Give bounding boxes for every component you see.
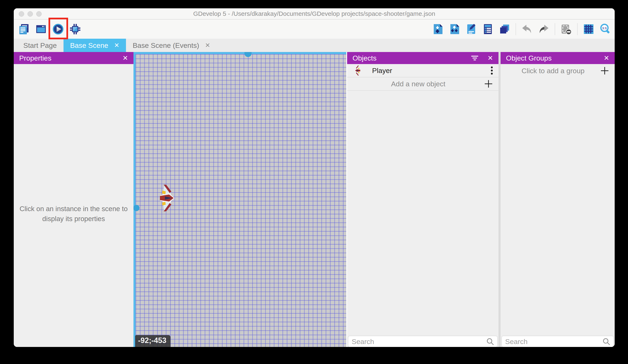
add-object-row[interactable]: Add a new object	[347, 77, 498, 91]
start-page-button[interactable]	[35, 23, 47, 35]
tab-base-scene-events[interactable]: Base Scene (Events) ✕	[126, 39, 217, 52]
cursor-coordinates-label: -92;-453	[135, 335, 170, 347]
add-group-row[interactable]: Click to add a group	[501, 64, 615, 77]
close-tab-icon[interactable]: ✕	[205, 42, 210, 49]
add-object-label: Add a new object	[353, 80, 484, 88]
search-icon	[486, 337, 494, 346]
add-group-label: Click to add a group	[506, 67, 600, 75]
undo-icon	[521, 23, 533, 35]
properties-panel-header: Properties ✕	[14, 52, 134, 64]
open-objects-panel-button[interactable]	[432, 23, 444, 35]
open-layers-panel-button[interactable]	[499, 23, 510, 35]
properties-hint-text: Click on an instance in the scene to dis…	[14, 204, 134, 224]
filter-objects-button[interactable]	[471, 55, 479, 61]
horizontal-scroll-handle[interactable]	[244, 52, 251, 57]
toolbar-left-group	[18, 23, 81, 35]
canvas-horizontal-scrollbar[interactable]	[134, 52, 346, 54]
tab-start-page[interactable]: Start Page	[17, 39, 64, 52]
tab-label: Base Scene	[70, 41, 108, 50]
layers-icon	[499, 23, 510, 35]
properties-panel: Properties ✕ Click on an instance in the…	[14, 52, 134, 347]
zoom-1-1-icon: 1:1	[600, 23, 611, 35]
objects-panel-header: Objects ✕	[347, 52, 498, 64]
zoom-options-button[interactable]: 1:1	[600, 23, 611, 35]
add-object-button[interactable]	[484, 79, 493, 88]
play-icon	[53, 23, 64, 35]
properties-panel-icon	[466, 23, 477, 35]
objects-search-bar	[348, 336, 497, 347]
properties-panel-body: Click on an instance in the scene to dis…	[14, 64, 134, 347]
undo-button[interactable]	[521, 23, 533, 35]
window-title: GDevelop 5 - /Users/dkarakay/Documents/G…	[193, 10, 435, 17]
object-groups-panel: Object Groups ✕ Click to add a group	[501, 52, 615, 347]
tab-base-scene[interactable]: Base Scene ✕	[64, 39, 126, 52]
three-dots-icon	[491, 66, 493, 75]
app-window: GDevelop 5 - /Users/dkarakay/Documents/G…	[14, 8, 615, 347]
open-object-groups-panel-button[interactable]	[449, 23, 460, 35]
player-object-thumbnail	[353, 65, 363, 75]
scene-canvas[interactable]: -92;-453	[134, 52, 346, 347]
toolbar-right-group: 1:1	[432, 23, 611, 35]
panel-title: Properties	[19, 54, 122, 62]
add-group-button[interactable]	[600, 66, 609, 75]
objects-panel: Objects ✕	[346, 52, 498, 347]
canvas-vertical-scrollbar[interactable]	[134, 52, 136, 347]
open-properties-panel-button[interactable]	[466, 23, 477, 35]
zoom-window-button[interactable]	[36, 11, 42, 17]
vertical-scroll-handle[interactable]	[134, 205, 140, 211]
titlebar: GDevelop 5 - /Users/dkarakay/Documents/G…	[14, 8, 615, 20]
window-icon	[35, 23, 47, 35]
panel-title: Object Groups	[506, 54, 604, 62]
window-mask-icon	[560, 23, 572, 35]
search-icon	[602, 337, 611, 346]
project-manager-icon	[18, 23, 30, 35]
launch-debugger-button[interactable]	[70, 23, 81, 35]
toolbar-separator	[577, 23, 578, 35]
project-manager-button[interactable]	[18, 23, 30, 35]
redo-icon	[538, 23, 549, 35]
object-menu-button[interactable]	[491, 66, 493, 75]
plus-icon	[484, 79, 493, 88]
object-row-player[interactable]: Player	[347, 64, 498, 77]
player-ship-sprite	[159, 185, 176, 211]
object-name: Player	[372, 66, 491, 75]
tab-label: Base Scene (Events)	[133, 41, 199, 50]
plus-icon	[600, 66, 609, 75]
groups-search-bar	[502, 336, 614, 347]
debugger-icon	[70, 23, 81, 35]
player-instance[interactable]	[159, 185, 176, 211]
panel-title: Objects	[353, 54, 471, 62]
main-area: Properties ✕ Click on an instance in the…	[14, 52, 615, 347]
close-tab-icon[interactable]: ✕	[114, 42, 119, 49]
groups-search-input[interactable]	[505, 337, 602, 346]
tab-label: Start Page	[23, 41, 57, 50]
close-panel-icon[interactable]: ✕	[604, 55, 609, 61]
grid-icon	[583, 23, 594, 35]
open-instances-list-button[interactable]	[482, 23, 493, 35]
close-panel-icon[interactable]: ✕	[487, 55, 493, 61]
close-panel-icon[interactable]: ✕	[122, 55, 128, 61]
toggle-window-mask-button[interactable]	[560, 23, 572, 35]
objects-search-input[interactable]	[351, 337, 486, 346]
tab-bar: Start Page Base Scene ✕ Base Scene (Even…	[14, 39, 615, 52]
close-window-button[interactable]	[19, 11, 24, 17]
toolbar-separator	[555, 23, 555, 35]
toolbar-separator	[516, 23, 516, 35]
svg-text:1:1: 1:1	[602, 26, 607, 30]
filter-icon	[471, 55, 479, 61]
launch-preview-button[interactable]	[53, 23, 64, 35]
object-groups-panel-header: Object Groups ✕	[501, 52, 615, 64]
toolbar: 1:1	[14, 20, 615, 39]
redo-button[interactable]	[538, 23, 549, 35]
toggle-grid-button[interactable]	[583, 23, 594, 35]
objects-panel-icon	[432, 23, 444, 35]
player-ship-thumbnail-icon	[353, 65, 363, 75]
object-groups-panel-icon	[449, 23, 460, 35]
instances-list-icon	[482, 23, 493, 35]
traffic-lights	[19, 11, 42, 17]
minimize-window-button[interactable]	[27, 11, 33, 17]
